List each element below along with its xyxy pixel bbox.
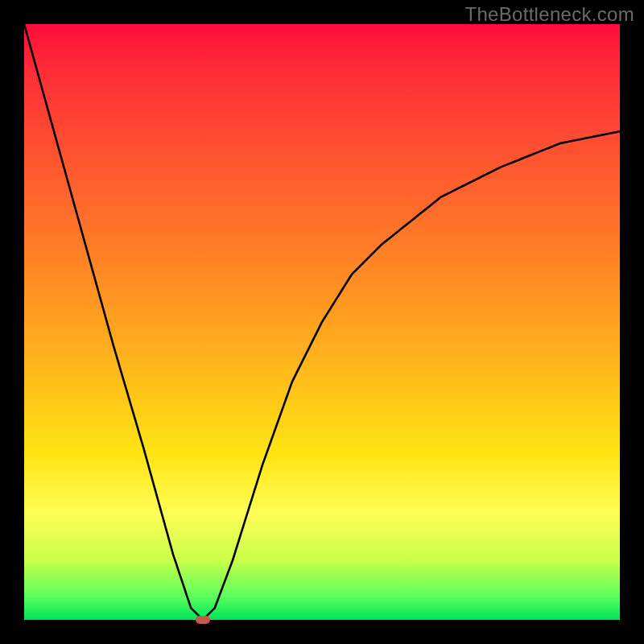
min-point-marker — [196, 616, 210, 624]
curve-line — [24, 24, 620, 620]
chart-frame: TheBottleneck.com — [0, 0, 644, 644]
watermark-text: TheBottleneck.com — [464, 3, 634, 26]
plot-area — [24, 24, 620, 620]
